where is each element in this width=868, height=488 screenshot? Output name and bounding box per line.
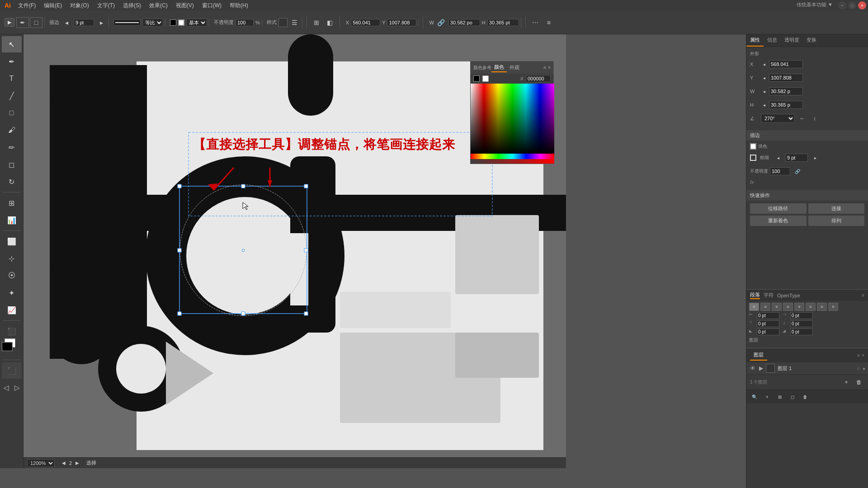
prop-flip-h[interactable]: ↔ (797, 113, 807, 124)
column-graph-tool[interactable]: 📈 (2, 302, 22, 318)
delete-layer-btn[interactable]: 🗑 (854, 377, 864, 388)
ts-options[interactable]: ≡ (862, 293, 864, 298)
view-mode-normal[interactable]: ⬛ (2, 362, 22, 379)
qa-arrange[interactable]: 排列 (808, 216, 865, 226)
h-input[interactable] (487, 19, 519, 26)
align-right[interactable]: ≡ (772, 303, 782, 311)
hue-slider[interactable] (471, 154, 554, 159)
layers-new-layer[interactable]: + (762, 391, 773, 402)
prop-x-down[interactable]: ◂ (761, 59, 767, 70)
indent-left-input[interactable] (757, 312, 779, 319)
menu-effects[interactable]: 效果(C) (146, 1, 171, 10)
prop-y-input[interactable] (769, 74, 803, 82)
link-wh-icon[interactable]: 🔗 (436, 17, 447, 28)
style-options[interactable]: ☰ (289, 17, 300, 28)
rect-tool[interactable]: □ (2, 105, 22, 121)
hex-input[interactable] (526, 75, 551, 82)
layer-name[interactable]: 图层 1 (778, 365, 854, 372)
layers-zoom-in[interactable]: 🔍 (749, 391, 760, 402)
align-left[interactable]: ≡ (749, 303, 759, 311)
stroke-w-down[interactable]: ◂ (773, 152, 783, 163)
align-center[interactable]: ≡ (760, 303, 770, 311)
tab-transparency[interactable]: 透明度 (781, 34, 803, 47)
direct-select-tool[interactable]: ↖ (2, 36, 22, 52)
menu-object[interactable]: 对象(O) (66, 1, 92, 10)
prop-w-input[interactable] (769, 87, 803, 95)
artboard-tool[interactable]: ⬛ (2, 323, 22, 339)
stroke-weight-input[interactable] (74, 19, 94, 26)
scale-tool[interactable]: ⊞ (2, 195, 22, 211)
menu-window[interactable]: 窗口(W) (198, 1, 225, 10)
style-preview[interactable] (278, 18, 288, 27)
qa-recolor[interactable]: 重新着色 (750, 216, 807, 226)
eraser-tool[interactable]: ◻ (2, 156, 22, 173)
zoom-select[interactable]: 1200% (27, 459, 55, 467)
stroke-icon[interactable] (750, 155, 756, 161)
space-before-input[interactable] (757, 320, 779, 327)
layers-options[interactable]: ≡ (857, 353, 860, 358)
stroke-icon-btn[interactable]: ✒ (16, 17, 29, 28)
view-mode-next[interactable]: ▷ (12, 380, 22, 396)
brush-tool[interactable]: 🖌 (2, 122, 22, 138)
tab-paragraph[interactable]: 段落 (750, 291, 760, 299)
layers-close[interactable]: × (862, 353, 864, 358)
selection-mode[interactable]: ▶ (5, 18, 14, 27)
add-layer-btn[interactable]: + (841, 377, 852, 388)
fg-swatch[interactable] (473, 75, 480, 82)
stroke-w-up[interactable]: ▸ (810, 152, 821, 163)
opacity-input[interactable] (236, 19, 254, 26)
alpha-slider[interactable] (471, 159, 554, 164)
indent-right-input[interactable] (790, 312, 813, 319)
layers-search[interactable]: ⊞ (774, 391, 785, 402)
prop-x-input[interactable] (769, 60, 803, 68)
fill-color-swatch[interactable] (170, 19, 176, 26)
menu-file[interactable]: 文件(F) (14, 1, 39, 10)
line-tool[interactable]: ╱ (2, 88, 22, 104)
stroke-color-swatch[interactable] (178, 19, 184, 26)
rotate-tool[interactable]: ↻ (2, 174, 22, 190)
fill-icon[interactable] (750, 143, 756, 150)
stroke-weight-down[interactable]: ◂ (61, 17, 72, 28)
qa-connect[interactable]: 连接 (808, 203, 865, 214)
align-justify-last-left[interactable]: ≡ (806, 303, 816, 311)
hyphen-right-input[interactable] (790, 328, 813, 335)
close-button[interactable]: × (858, 1, 866, 9)
bg-swatch[interactable] (482, 75, 489, 82)
tab-properties[interactable]: 属性 (746, 34, 764, 47)
color-tab[interactable]: 颜色 (491, 63, 507, 72)
section-quick-actions[interactable]: 快速操作 (746, 190, 868, 201)
align-distribute-icon[interactable]: ≡ (543, 17, 554, 28)
section-stroke[interactable]: 描边 (746, 130, 868, 141)
menu-view[interactable]: 视图(V) (172, 1, 198, 10)
stroke-profile-select[interactable]: 基本 (186, 19, 207, 27)
layers-trash[interactable]: 🗑 (800, 391, 811, 402)
graph-tool[interactable]: 📊 (2, 212, 22, 228)
blend-tool[interactable]: ⦿ (2, 267, 22, 284)
opacity-link[interactable]: 🔗 (792, 166, 803, 177)
align-icon[interactable]: ⊞ (311, 17, 322, 28)
menu-edit[interactable]: 编辑(E) (40, 1, 66, 10)
tab-transform[interactable]: 变换 (803, 34, 820, 47)
layer-expand[interactable]: ▶ (759, 365, 763, 371)
color-panel-close[interactable]: × (548, 65, 551, 70)
view-mode-prev[interactable]: ◁ (1, 380, 11, 396)
pen-tool[interactable]: ✒ (2, 53, 22, 70)
menu-text[interactable]: 文字(T) (94, 1, 118, 10)
more-options-icon[interactable]: ⋯ (530, 17, 541, 28)
align-justify-last-right[interactable]: ≡ (828, 303, 838, 311)
color-gradient-picker[interactable] (471, 84, 554, 154)
tab-character[interactable]: 字符 (764, 292, 774, 299)
tab-info[interactable]: 信息 (764, 34, 781, 47)
layers-tab-label[interactable]: 图层 (750, 350, 767, 361)
menu-help[interactable]: 帮助(H) (226, 1, 252, 10)
appearance-tab[interactable]: 外观 (507, 63, 522, 72)
align-justify-last-center[interactable]: ≡ (817, 303, 827, 311)
align-justify-all[interactable]: ≡ (794, 303, 804, 311)
layers-mask[interactable]: ◻ (787, 391, 798, 402)
stroke-width-select[interactable]: 等比 (142, 19, 163, 27)
x-input[interactable] (351, 19, 380, 26)
prop-y-down[interactable]: ◂ (761, 72, 767, 83)
pathfinder-icon[interactable]: ◧ (325, 17, 335, 28)
text-tool[interactable]: T (2, 70, 22, 87)
opacity-section-input[interactable] (770, 167, 790, 175)
